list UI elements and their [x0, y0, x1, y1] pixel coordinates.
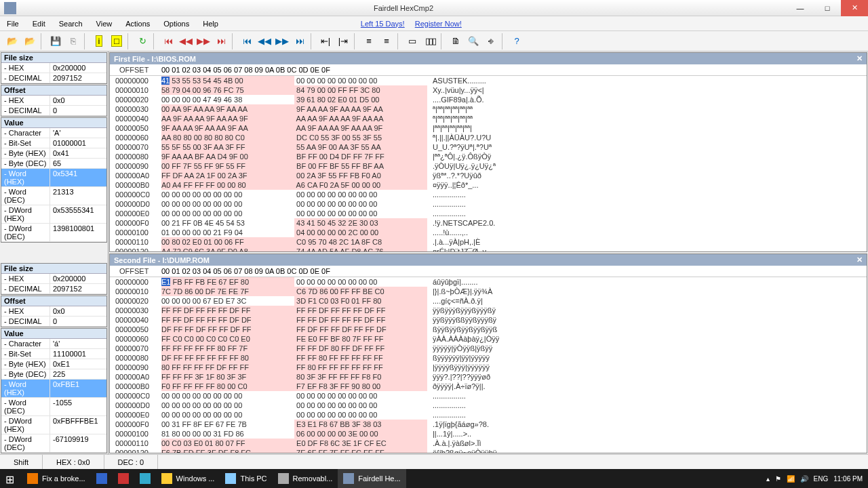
info-row[interactable]: - Word (HEX)0x5341 — [1, 169, 106, 187]
last-match-button[interactable]: ⏭ — [292, 33, 308, 49]
hex-row[interactable]: 000000509F AA AA 9F AA AA 9F AA AA 9F AA… — [110, 123, 867, 133]
info-row[interactable]: - Byte (DEC)225 — [1, 369, 106, 380]
pane1-body[interactable]: 0000000041 53 55 53 54 45 4B 00 00 00 00… — [110, 76, 867, 251]
menu-actions[interactable]: Actions — [119, 18, 157, 30]
hex-row[interactable]: 000000F000 21 FF 0B 4E 45 54 53 43 41 50… — [110, 218, 867, 228]
info-row[interactable]: - Bit-Set11100001 — [1, 349, 106, 359]
left-days-link[interactable]: Left 15 Days! — [361, 20, 405, 28]
sync-left-button[interactable]: ⇤| — [317, 33, 334, 49]
info-row[interactable]: - DECIMAL0 — [1, 106, 106, 116]
save-all-button[interactable]: ⎘ — [65, 33, 81, 49]
info-row[interactable]: - DWord (DEC)1398100801 — [1, 224, 106, 242]
bookmark-button[interactable]: □ — [108, 33, 125, 49]
hex-row[interactable]: 0000011000 C0 03 E0 01 80 07 FF E0 DF F8… — [110, 439, 867, 448]
tray-up-icon[interactable]: ▴ — [766, 475, 770, 483]
info-row[interactable]: - Character'A' — [1, 128, 106, 138]
taskbar-item[interactable]: Fairdell He... — [338, 469, 406, 488]
taskbar-item[interactable]: Fix a broke... — [22, 469, 91, 488]
menu-help[interactable]: Help — [196, 18, 225, 30]
info-row[interactable]: - Word (HEX)0xFBE1 — [1, 380, 106, 398]
hex-row[interactable]: 00000050DF FF FF DF FF FF DF FF FF DF FF… — [110, 325, 867, 334]
taskbar-item[interactable] — [113, 469, 134, 488]
taskbar-item[interactable]: This PC — [220, 469, 272, 488]
info-button[interactable]: i — [91, 33, 107, 49]
info-row[interactable]: - HEX0x200000 — [1, 274, 106, 284]
prev-match-button[interactable]: ◀◀ — [256, 33, 273, 49]
pane2-body[interactable]: 00000000E1 FB FF FB FE 67 EF 80 00 00 00… — [110, 277, 867, 453]
maximize-button[interactable]: □ — [814, 0, 841, 16]
hex-row[interactable]: 000000F000 31 FF 8F EF 67 FE 7B E3 E1 F8… — [110, 420, 867, 429]
hex-row[interactable]: 00000040AA 9F AA AA 9F AA AA 9F AA AA 9F… — [110, 114, 867, 123]
open-file1-button[interactable]: 📂 — [4, 33, 20, 49]
hex-row[interactable]: 000000B0A0 A4 FF FF FF 00 00 80 A6 CA F0… — [110, 180, 867, 190]
hex-row[interactable]: 0000003000 AA 9F AA AA 9F AA AA 9F AA AA… — [110, 104, 867, 114]
pane2-close-icon[interactable]: ✕ — [856, 256, 863, 264]
info-row[interactable]: - Bit-Set01000001 — [1, 138, 106, 148]
last-diff-button[interactable]: ⏭ — [213, 33, 229, 49]
open-file2-button[interactable]: 📂 — [22, 33, 38, 49]
hex-row[interactable]: 00000120A4 72 C9 6C 3A 9F D0 A8 74 4A AD… — [110, 247, 867, 251]
hex-row[interactable]: 000000D000 00 00 00 00 00 00 00 00 00 00… — [110, 401, 867, 410]
next-match-button[interactable]: ▶▶ — [274, 33, 290, 49]
menu-edit[interactable]: Edit — [26, 18, 52, 30]
tray-volume-icon[interactable]: 🔊 — [800, 475, 808, 483]
hex-row[interactable]: 000000E000 00 00 00 00 00 00 00 00 00 00… — [110, 410, 867, 420]
taskbar-item[interactable] — [134, 469, 156, 488]
info-row[interactable]: - Byte (HEX)0xE1 — [1, 359, 106, 369]
hex-row[interactable]: 000000A0FF DF AA 2A 1F 00 2A 3F 00 2A 3F… — [110, 171, 867, 180]
hex-row[interactable]: 0000009000 FF 7F 55 FF 9F 55 FF BF 00 FF… — [110, 161, 867, 171]
tray-network-icon[interactable]: 📶 — [787, 475, 795, 483]
info-row[interactable]: - Byte (HEX)0x41 — [1, 148, 106, 159]
taskbar-item[interactable]: Windows ... — [156, 469, 220, 488]
prev-diff-button[interactable]: ◀◀ — [178, 33, 194, 49]
info-row[interactable]: - DWord (HEX)0x53555341 — [1, 205, 106, 224]
info-row[interactable]: - DECIMAL2097152 — [1, 73, 106, 83]
taskbar-item[interactable]: ⊞ — [0, 469, 22, 488]
split-view-button[interactable]: ▯▯▯ — [422, 33, 438, 49]
hex-row[interactable]: 00000060AA 80 80 00 80 80 80 C0 DC C0 55… — [110, 133, 867, 142]
hex-row[interactable]: 0000011000 80 02 E0 01 00 06 FF C0 95 70… — [110, 237, 867, 247]
align-right-button[interactable]: ≡ — [378, 33, 395, 49]
find-button[interactable]: 🔍 — [465, 33, 481, 49]
hex-row[interactable]: 0000001058 79 04 00 96 76 FC 75 84 79 00… — [110, 85, 867, 95]
info-row[interactable]: - DECIMAL2097152 — [1, 284, 106, 294]
register-link[interactable]: Register Now! — [415, 20, 462, 28]
save-button[interactable]: 💾 — [47, 33, 64, 49]
align-left-button[interactable]: ≡ — [361, 33, 377, 49]
close-button[interactable]: ✕ — [841, 0, 868, 16]
goto-button[interactable]: ⎆ — [483, 33, 499, 49]
hex-row[interactable]: 0000009080 FF FF FF FF DF FF FF FF 80 FF… — [110, 363, 867, 372]
hex-row[interactable]: 00000060FF C0 C0 00 C0 C0 C0 E0 FE E0 FF… — [110, 334, 867, 344]
tray-flag-icon[interactable]: ⚑ — [775, 475, 781, 483]
hex-row[interactable]: 00000030FF FF DF FF FF FF DF FF FF FF DF… — [110, 306, 867, 315]
info-row[interactable]: - HEX0x200000 — [1, 63, 106, 73]
first-match-button[interactable]: ⏮ — [239, 33, 255, 49]
hex-row[interactable]: 000000B0F0 FF FF FF FF 80 00 C0 F7 EF F8… — [110, 382, 867, 391]
first-diff-button[interactable]: ⏮ — [160, 33, 176, 49]
minimize-button[interactable]: — — [787, 0, 814, 16]
hex-row[interactable]: 0000000041 53 55 53 54 45 4B 00 00 00 00… — [110, 76, 867, 85]
pane1-close-icon[interactable]: ✕ — [856, 54, 863, 63]
menu-search[interactable]: Search — [52, 18, 90, 30]
hex-row[interactable]: 00000040FF FF DF FF FF FF DF DF FF FF DF… — [110, 315, 867, 325]
info-row[interactable]: - Word (DEC)21313 — [1, 187, 106, 205]
hex-row[interactable]: 000000C000 00 00 00 00 00 00 00 00 00 00… — [110, 190, 867, 199]
hex-row[interactable]: 0000007055 5F 55 00 3F AA 3F FF 55 AA 9F… — [110, 142, 867, 152]
info-row[interactable]: - Character'á' — [1, 339, 106, 349]
report-button[interactable]: 🗎 — [448, 33, 464, 49]
info-row[interactable]: - HEX0x0 — [1, 306, 106, 317]
hex-row[interactable]: 000000809F AA AA BF AA D4 9F 00 BF FF 00… — [110, 152, 867, 161]
hex-row[interactable]: 000000E000 00 00 00 00 00 00 00 00 00 00… — [110, 209, 867, 218]
info-row[interactable]: - Byte (DEC)65 — [1, 159, 106, 169]
hex-row[interactable]: 00000000E1 FB FF FB FE 67 EF 80 00 00 00… — [110, 277, 867, 287]
info-row[interactable]: - HEX0x0 — [1, 96, 106, 106]
next-diff-button[interactable]: ▶▶ — [195, 33, 212, 49]
hex-row[interactable]: 0000010001 00 00 00 00 21 F9 04 04 00 00… — [110, 228, 867, 237]
menu-view[interactable]: View — [90, 18, 119, 30]
hex-row[interactable]: 000000107C 7D 86 00 DF 7E FE 7F C6 7D 86… — [110, 287, 867, 296]
info-row[interactable]: - Word (DEC)-1055 — [1, 398, 106, 416]
hex-row[interactable]: 00000080DF FF FF FF FF FF FF 80 FF FF 80… — [110, 353, 867, 363]
refresh-button[interactable]: ↻ — [134, 33, 151, 49]
hex-row[interactable]: 00000120F6 7B ED FE 3F DF F8 FC 7E 6F FF… — [110, 448, 867, 453]
hex-row[interactable]: 0000010081 80 00 00 00 31 FD 86 06 00 00… — [110, 429, 867, 439]
